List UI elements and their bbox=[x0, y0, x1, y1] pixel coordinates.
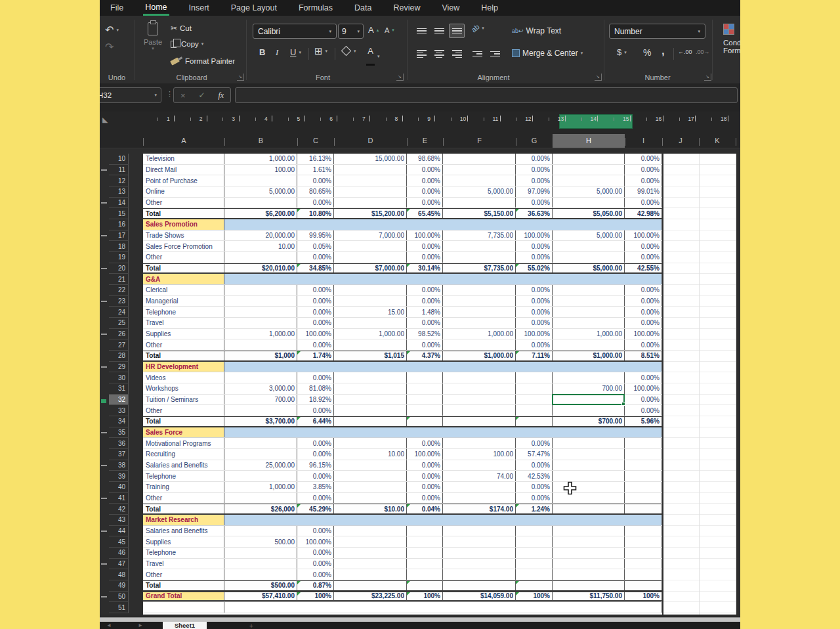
cell-E12[interactable]: 0.00% bbox=[407, 175, 443, 186]
cell-F11[interactable] bbox=[443, 165, 516, 175]
cell-F45[interactable] bbox=[443, 536, 516, 547]
row-header-14[interactable]: 14 bbox=[109, 198, 129, 209]
column-header-I[interactable]: I bbox=[625, 134, 662, 148]
cell-A15[interactable]: Total bbox=[143, 209, 224, 218]
cell-A37[interactable]: Recruiting bbox=[143, 449, 224, 460]
cell-I27[interactable]: 0.00% bbox=[625, 339, 662, 350]
cell-E15[interactable]: 65.45% bbox=[407, 209, 443, 218]
cell-A51[interactable] bbox=[143, 602, 224, 613]
wrap-text-button[interactable]: ab↩ Wrap Text bbox=[512, 26, 561, 35]
cell-D13[interactable] bbox=[334, 186, 407, 197]
cell-G19[interactable]: 0.00% bbox=[516, 252, 553, 263]
cell-E47[interactable] bbox=[407, 559, 443, 569]
cell-B40[interactable]: 1,000.00 bbox=[224, 482, 297, 492]
cell-A20[interactable]: Total bbox=[143, 264, 224, 273]
cell-E42[interactable]: 0.04% bbox=[407, 504, 443, 513]
cell-D49[interactable] bbox=[334, 581, 407, 590]
cell-H20[interactable]: $5,000.00 bbox=[553, 264, 625, 273]
cell-A11[interactable]: Direct Mail bbox=[143, 165, 224, 175]
cell-D44[interactable] bbox=[334, 526, 407, 536]
cell-E31[interactable] bbox=[407, 383, 443, 394]
cell-E19[interactable]: 0.00% bbox=[407, 252, 443, 263]
align-right-button[interactable] bbox=[449, 47, 465, 61]
cell-B22[interactable] bbox=[224, 285, 297, 295]
sheet-nav-next-icon[interactable]: ► bbox=[138, 622, 143, 628]
menu-tab-data[interactable]: Data bbox=[352, 0, 373, 16]
cell-G33[interactable] bbox=[516, 405, 553, 416]
cell-A42[interactable]: Total bbox=[143, 504, 224, 513]
cell-empty-row[interactable] bbox=[224, 602, 662, 613]
cell-H39[interactable] bbox=[553, 471, 625, 481]
row-header-29[interactable]: 29 bbox=[109, 362, 129, 373]
cell-C36[interactable]: 0.00% bbox=[297, 438, 334, 448]
menu-tab-view[interactable]: View bbox=[440, 0, 461, 16]
align-top-button[interactable] bbox=[413, 24, 429, 38]
cell-H27[interactable] bbox=[553, 339, 625, 350]
cell-B36[interactable] bbox=[224, 438, 297, 448]
cell-G47[interactable] bbox=[516, 559, 553, 569]
cell-B19[interactable] bbox=[224, 252, 297, 263]
column-header-D[interactable]: D bbox=[334, 134, 407, 148]
cell-D46[interactable] bbox=[334, 548, 407, 558]
cell-H28[interactable]: $1,000.00 bbox=[553, 351, 625, 360]
row-header-50[interactable]: 50 bbox=[109, 592, 129, 603]
name-box[interactable]: H32 ▾ bbox=[100, 87, 161, 103]
cell-C13[interactable]: 80.65% bbox=[297, 186, 334, 197]
cell-E34[interactable] bbox=[407, 417, 443, 426]
cell-A28[interactable]: Total bbox=[143, 351, 224, 360]
cell-I46[interactable] bbox=[625, 548, 662, 558]
percent-style-button[interactable]: % bbox=[643, 47, 651, 58]
align-left-button[interactable] bbox=[413, 47, 429, 61]
cell-B39[interactable] bbox=[224, 471, 297, 481]
cell-C39[interactable]: 0.00% bbox=[297, 471, 334, 481]
cell-D23[interactable] bbox=[334, 296, 407, 307]
cell-I25[interactable]: 0.00% bbox=[625, 318, 662, 328]
row-header-21[interactable]: 21 bbox=[109, 274, 129, 285]
cell-H36[interactable] bbox=[553, 438, 625, 448]
cell-H24[interactable] bbox=[553, 307, 625, 317]
cell-I13[interactable]: 99.01% bbox=[625, 186, 662, 197]
cell-C30[interactable]: 0.00% bbox=[297, 372, 334, 383]
cell-E23[interactable]: 0.00% bbox=[407, 296, 443, 307]
cell-F46[interactable] bbox=[443, 548, 516, 558]
cell-F36[interactable] bbox=[443, 438, 516, 448]
cell-H12[interactable] bbox=[553, 175, 625, 186]
cell-E26[interactable]: 98.52% bbox=[407, 329, 443, 339]
copy-button[interactable]: Copy ▾ bbox=[171, 40, 203, 48]
cell-F13[interactable]: 5,000.00 bbox=[443, 186, 516, 197]
cell-A49[interactable]: Total bbox=[143, 581, 224, 590]
row-header-30[interactable]: 30 bbox=[109, 372, 129, 383]
cell-E25[interactable]: 0.00% bbox=[407, 318, 443, 328]
cell-E20[interactable]: 30.14% bbox=[407, 264, 443, 273]
cell-G30[interactable] bbox=[516, 372, 553, 383]
cell-C20[interactable]: 34.85% bbox=[297, 264, 334, 273]
row-header-16[interactable]: 16 bbox=[109, 219, 129, 230]
cell-I40[interactable] bbox=[625, 482, 662, 492]
cell-A46[interactable]: Telephone bbox=[143, 548, 224, 558]
cell-I12[interactable]: 0.00% bbox=[625, 175, 662, 186]
cell-H37[interactable] bbox=[553, 449, 625, 460]
cell-H23[interactable] bbox=[553, 296, 625, 307]
cell-A25[interactable]: Travel bbox=[143, 318, 224, 328]
cell-I37[interactable] bbox=[625, 449, 662, 460]
cell-B37[interactable] bbox=[224, 449, 297, 460]
row-header-28[interactable]: 28 bbox=[109, 351, 129, 362]
cell-I19[interactable]: 0.00% bbox=[625, 252, 662, 263]
cell-B32[interactable]: 700.00 bbox=[224, 395, 297, 405]
row-header-48[interactable]: 48 bbox=[109, 569, 129, 580]
cell-D45[interactable] bbox=[334, 536, 407, 547]
cell-C49[interactable]: 0.87% bbox=[297, 581, 334, 590]
cell-I17[interactable]: 100.00% bbox=[625, 230, 662, 241]
cell-E37[interactable]: 100.00% bbox=[407, 449, 443, 460]
sheet-nav-prev-icon[interactable]: ◄ bbox=[106, 622, 112, 628]
cell-F33[interactable] bbox=[443, 405, 516, 416]
cell-B23[interactable] bbox=[224, 296, 297, 307]
cell-F15[interactable]: $5,150.00 bbox=[443, 209, 516, 218]
row-header-24[interactable]: 24 bbox=[109, 307, 129, 318]
cell-G48[interactable] bbox=[516, 569, 553, 580]
horizontal-scrollbar[interactable] bbox=[100, 617, 740, 622]
cell-A24[interactable]: Telephone bbox=[143, 307, 224, 317]
cell-H11[interactable] bbox=[553, 165, 625, 175]
cell-A39[interactable]: Telephone bbox=[143, 471, 224, 481]
shrink-font-button[interactable]: A▾ bbox=[385, 26, 394, 34]
